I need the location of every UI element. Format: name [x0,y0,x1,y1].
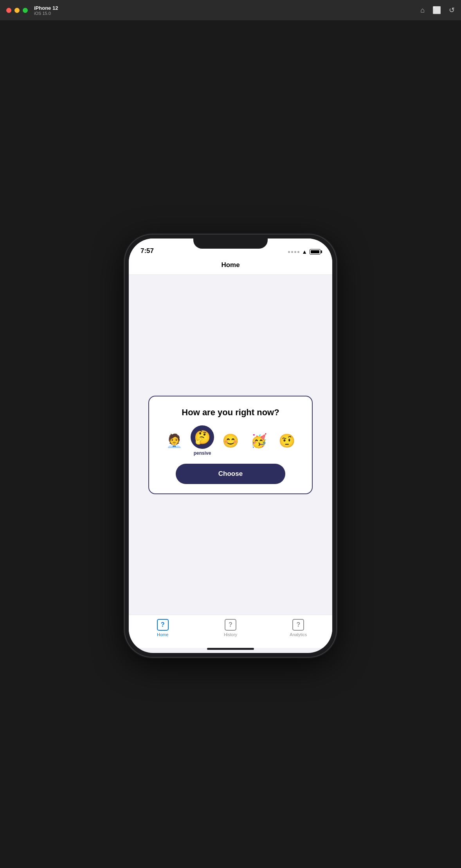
toolbar-icons: ⌂ ⬜ ↺ [420,6,455,14]
emoji-item-4[interactable]: 🤨 [275,429,299,452]
phone-screen: 7:57 ▲ Home [129,239,332,653]
main-content: How are you right now? 🧑‍💼 🤔 [129,275,332,615]
wifi-icon: ▲ [302,249,307,255]
emoji-item-1[interactable]: 🤔 pensive [191,425,214,456]
camera-icon[interactable]: ⬜ [432,6,441,14]
emoji-symbol-2: 😊 [222,433,239,448]
emoji-circle-4: 🤨 [275,429,299,452]
minimize-button[interactable] [14,8,20,13]
emoji-circle-3: 🥳 [247,429,270,452]
emoji-symbol-3: 🥳 [250,433,267,448]
tab-history-label: History [224,632,237,637]
signal-dots [288,251,299,253]
device-name: iPhone 12 [34,5,58,11]
notch [193,235,268,249]
signal-dot-2 [291,251,293,253]
device-os: iOS 15.0 [34,11,58,16]
emoji-label-1: pensive [194,450,211,456]
maximize-button[interactable] [23,8,28,13]
signal-dot-3 [294,251,296,253]
tab-bar: ? Home ? History ? Analytics [129,615,332,648]
nav-bar: Home [129,258,332,275]
emoji-symbol-0: 🧑‍💼 [166,433,182,448]
phone-wrapper: 7:57 ▲ Home [117,227,344,665]
emoji-item-0[interactable]: 🧑‍💼 [162,429,186,452]
tab-home-label: Home [157,632,168,637]
tab-analytics[interactable]: ? Analytics [265,619,332,637]
choose-button[interactable]: Choose [176,464,285,484]
tab-home[interactable]: ? Home [129,619,196,637]
emoji-symbol-1: 🤔 [194,429,211,445]
emoji-circle-1: 🤔 [191,425,214,449]
traffic-lights [6,8,28,13]
signal-dot-4 [297,251,299,253]
battery-fill [311,250,319,253]
tab-history[interactable]: ? History [196,619,264,637]
battery-icon [310,249,321,255]
emoji-circle-2: 😊 [219,429,242,452]
emoji-item-3[interactable]: 🥳 [247,429,270,452]
tab-analytics-label: Analytics [290,632,307,637]
tab-home-icon: ? [157,619,169,631]
mood-question: How are you right now? [182,407,279,418]
device-info: iPhone 12 iOS 15.0 [34,5,58,16]
signal-dot-1 [288,251,290,253]
phone-frame: 7:57 ▲ Home [125,235,336,657]
mood-card: How are you right now? 🧑‍💼 🤔 [148,396,313,494]
nav-title: Home [135,261,326,269]
emoji-circle-0: 🧑‍💼 [162,429,186,452]
tab-history-icon: ? [225,619,236,631]
home-icon[interactable]: ⌂ [420,6,425,14]
emoji-row: 🧑‍💼 🤔 pensive [158,425,303,456]
home-indicator [207,648,254,650]
mac-toolbar: iPhone 12 iOS 15.0 ⌂ ⬜ ↺ [0,0,461,20]
close-button[interactable] [6,8,11,13]
rotate-icon[interactable]: ↺ [449,6,455,14]
status-icons: ▲ [288,249,321,255]
emoji-item-2[interactable]: 😊 [219,429,242,452]
tab-analytics-icon: ? [292,619,304,631]
emoji-symbol-4: 🤨 [279,433,295,448]
